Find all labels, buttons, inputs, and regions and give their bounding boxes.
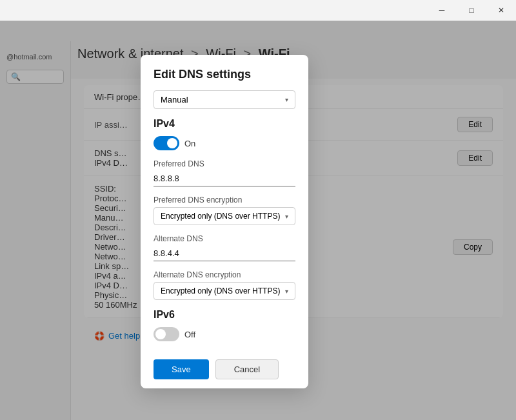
alternate-dns-input[interactable] — [154, 246, 295, 261]
ipv6-heading: IPv6 — [154, 309, 295, 321]
ipv4-toggle[interactable] — [154, 136, 179, 150]
ipv6-toggle[interactable] — [154, 327, 179, 341]
ipv6-toggle-row: Off — [154, 327, 295, 341]
dns-mode-value: Manual — [161, 95, 188, 105]
ipv4-toggle-row: On — [154, 136, 295, 150]
ipv4-toggle-label: On — [184, 139, 195, 148]
cancel-button[interactable]: Cancel — [215, 359, 279, 379]
alternate-enc-value: Encrypted only (DNS over HTTPS) — [161, 286, 280, 295]
ipv6-toggle-label: Off — [184, 330, 195, 339]
ipv6-toggle-knob — [155, 329, 166, 339]
preferred-enc-dropdown[interactable]: Encrypted only (DNS over HTTPS) ▾ — [154, 207, 295, 225]
preferred-dns-label: Preferred DNS — [154, 159, 295, 168]
ipv6-section: IPv6 Off — [154, 309, 295, 341]
alternate-dns-label: Alternate DNS — [154, 234, 295, 243]
close-button[interactable]: ✕ — [486, 0, 516, 21]
preferred-enc-value: Encrypted only (DNS over HTTPS) — [161, 212, 280, 221]
minimize-button[interactable]: ─ — [427, 0, 457, 21]
alternate-enc-dropdown[interactable]: Encrypted only (DNS over HTTPS) ▾ — [154, 282, 295, 300]
edit-dns-dialog: Edit DNS settings Manual ▾ IPv4 On Prefe… — [141, 55, 308, 388]
chevron-down-icon: ▾ — [285, 96, 288, 103]
toggle-knob — [167, 138, 177, 148]
save-button[interactable]: Save — [154, 359, 209, 379]
chevron-down-icon-2: ▾ — [285, 213, 288, 220]
restore-button[interactable]: □ — [457, 0, 486, 21]
title-bar: ─ □ ✕ — [427, 0, 516, 21]
ipv4-heading: IPv4 — [154, 118, 295, 130]
dialog-footer: Save Cancel — [154, 350, 295, 388]
alternate-enc-label: Alternate DNS encryption — [154, 270, 295, 279]
dialog-title: Edit DNS settings — [154, 68, 295, 81]
preferred-dns-input[interactable] — [154, 171, 295, 186]
chevron-down-icon-3: ▾ — [285, 288, 288, 295]
dns-mode-dropdown[interactable]: Manual ▾ — [154, 90, 295, 109]
preferred-enc-label: Preferred DNS encryption — [154, 195, 295, 205]
